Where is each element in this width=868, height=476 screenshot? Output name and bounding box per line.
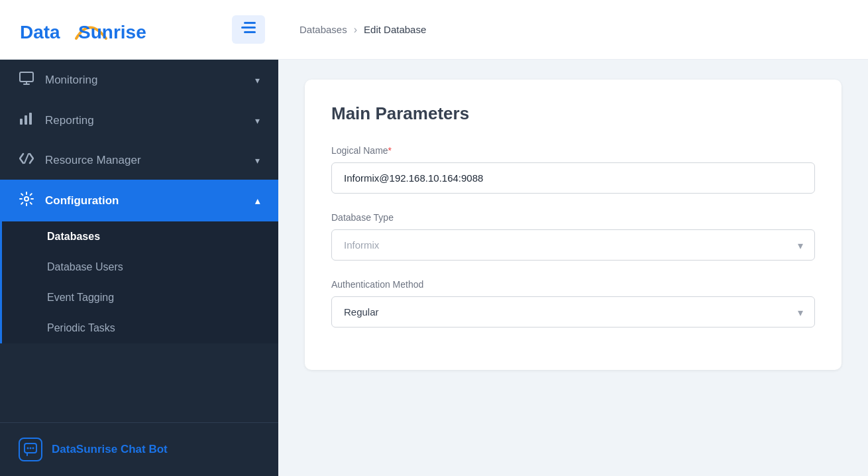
sidebar-item-event-tagging[interactable]: Event Tagging — [2, 282, 278, 313]
breadcrumb-databases[interactable]: Databases — [299, 24, 347, 35]
svg-point-12 — [25, 197, 28, 201]
sidebar-item-reporting[interactable]: Reporting ▾ — [0, 100, 278, 141]
sidebar-item-monitoring-label: Monitoring — [45, 74, 97, 87]
svg-text:Data: Data — [20, 22, 60, 42]
chatbot-label: DataSunrise Chat Bot — [52, 443, 168, 456]
svg-line-11 — [25, 154, 28, 163]
sidebar-item-periodic-tasks[interactable]: Periodic Tasks — [2, 313, 278, 343]
sidebar-nav: Monitoring ▾ Reporting ▾ Resource Manage… — [0, 60, 278, 422]
svg-rect-5 — [20, 72, 33, 82]
chevron-up-icon: ▴ — [255, 196, 260, 206]
breadcrumb: Databases › Edit Database — [299, 24, 426, 36]
breadcrumb-separator: › — [354, 24, 357, 36]
svg-rect-3 — [241, 27, 256, 29]
main-content: Databases › Edit Database Main Parameter… — [278, 0, 868, 476]
required-star: * — [388, 145, 392, 156]
logical-name-label: Logical Name* — [331, 145, 815, 156]
config-icon — [19, 192, 34, 209]
database-type-select[interactable]: Informix MySQL PostgreSQL Oracle MSSQL — [331, 229, 815, 261]
sidebar-item-databases[interactable]: Databases — [2, 221, 278, 252]
chevron-down-icon: ▾ — [255, 115, 260, 126]
sidebar-item-resource-manager[interactable]: Resource Manager ▾ — [0, 141, 278, 180]
database-type-label: Database Type — [331, 212, 815, 223]
svg-point-16 — [32, 447, 34, 449]
chatbot-icon — [19, 438, 42, 461]
chevron-down-icon: ▾ — [255, 155, 260, 166]
topbar: Databases › Edit Database — [278, 0, 868, 60]
logo-svg: Data Sunrise — [13, 13, 159, 46]
svg-point-15 — [30, 447, 32, 449]
svg-rect-10 — [29, 113, 32, 125]
sidebar-item-database-users[interactable]: Database Users — [2, 252, 278, 282]
logical-name-group: Logical Name* — [331, 145, 815, 194]
chevron-down-icon: ▾ — [255, 75, 260, 86]
sidebar-item-configuration-label: Configuration — [45, 194, 119, 208]
logo: Data Sunrise — [13, 13, 159, 46]
database-type-group: Database Type Informix MySQL PostgreSQL … — [331, 212, 815, 261]
svg-rect-2 — [244, 22, 256, 24]
chatbot-section[interactable]: DataSunrise Chat Bot — [0, 422, 278, 476]
database-type-select-wrapper: Informix MySQL PostgreSQL Oracle MSSQL ▾ — [331, 229, 815, 261]
form-title: Main Parameters — [331, 103, 815, 124]
configuration-sub-nav: Databases Database Users Event Tagging P… — [0, 221, 278, 343]
auth-method-select[interactable]: Regular LDAP Kerberos — [331, 296, 815, 327]
sidebar-header: Data Sunrise — [0, 0, 278, 60]
monitor-icon — [19, 72, 34, 88]
sidebar-item-configuration[interactable]: Configuration ▴ — [0, 180, 278, 221]
auth-method-select-wrapper: Regular LDAP Kerberos ▾ — [331, 296, 815, 327]
logical-name-input[interactable] — [331, 162, 815, 194]
breadcrumb-current: Edit Database — [364, 24, 426, 35]
svg-rect-8 — [20, 119, 23, 125]
code-icon — [19, 152, 34, 168]
chart-icon — [19, 112, 34, 129]
auth-method-group: Authentication Method Regular LDAP Kerbe… — [331, 279, 815, 327]
content-area: Main Parameters Logical Name* Database T… — [278, 60, 868, 476]
svg-rect-9 — [25, 115, 27, 125]
sidebar-item-resource-manager-label: Resource Manager — [45, 154, 141, 167]
sidebar-item-reporting-label: Reporting — [45, 114, 94, 127]
svg-point-14 — [27, 447, 29, 449]
auth-method-label: Authentication Method — [331, 279, 815, 290]
form-card: Main Parameters Logical Name* Database T… — [305, 80, 841, 370]
hamburger-button[interactable] — [232, 15, 265, 44]
svg-rect-4 — [244, 31, 256, 33]
svg-text:Sunrise: Sunrise — [78, 22, 146, 42]
sidebar-item-monitoring[interactable]: Monitoring ▾ — [0, 60, 278, 100]
sidebar: Data Sunrise Monitoring ▾ — [0, 0, 278, 476]
